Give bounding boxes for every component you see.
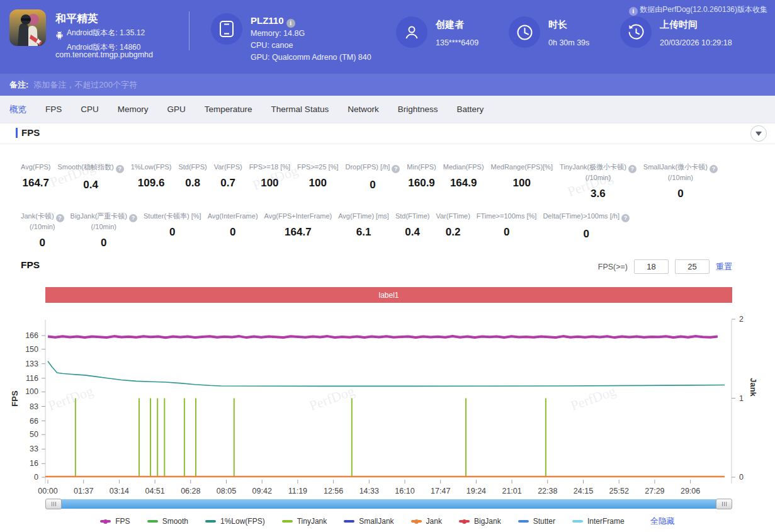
legend-item-tinyjank[interactable]: TinyJank <box>282 517 327 526</box>
stat-value: 0.2 <box>436 226 470 239</box>
svg-text:08:05: 08:05 <box>217 487 236 495</box>
device-info-icon[interactable]: i <box>286 19 295 28</box>
svg-text:16: 16 <box>30 459 38 468</box>
stat-cell: Var(FTime)? 0.2 <box>436 212 470 249</box>
stat-value: 0 <box>71 237 137 249</box>
app-package: com.tencent.tmgp.pubgmhd <box>55 50 153 59</box>
reset-button[interactable]: 重置 <box>716 261 732 273</box>
device-memory: Memory: 14.8G <box>251 29 305 38</box>
stat-cell: Var(FPS)? 0.7 <box>214 162 242 200</box>
notes-label: 备注: <box>9 79 28 91</box>
tab-temperature[interactable]: Temperature <box>205 105 252 114</box>
stat-value: 0 <box>543 228 630 241</box>
stat-value: 164.9 <box>443 177 484 190</box>
svg-text:150: 150 <box>25 345 38 354</box>
help-icon[interactable]: ? <box>116 165 124 173</box>
stat-cell: Median(FPS)? 164.9 <box>443 162 484 200</box>
tab-battery[interactable]: Battery <box>456 105 484 114</box>
stat-value: 100 <box>297 177 338 190</box>
device-name: PLZ110 <box>251 15 284 26</box>
header-divider <box>189 11 190 50</box>
stat-value: 0 <box>208 226 258 239</box>
stat-cell: BigJank(严重卡顿)?(/10min) 0 <box>71 212 137 249</box>
help-icon[interactable]: ? <box>710 165 718 173</box>
fps-chart[interactable]: 0163350668310011613315016601200:0001:370… <box>0 307 775 496</box>
legend-item-smooth[interactable]: Smooth <box>147 517 188 526</box>
stat-cell: FTime>=100ms [%]? 0 <box>477 212 537 249</box>
notes-input[interactable] <box>33 80 298 89</box>
legend-item-jank[interactable]: Jank <box>411 517 442 526</box>
stat-cell: MedRange(FPS)[%]? 100 <box>491 162 553 200</box>
tab-overview[interactable]: 概览 <box>9 104 26 115</box>
collapse-button[interactable] <box>750 125 767 142</box>
stat-value: 0 <box>643 188 718 200</box>
stat-cell: Avg(InterFrame)? 0 <box>208 212 258 249</box>
stat-value: 0.8 <box>178 177 206 190</box>
svg-text:0: 0 <box>739 473 744 482</box>
tab-network[interactable]: Network <box>348 105 379 114</box>
stat-value: 0.4 <box>395 226 430 239</box>
fps-stats-row-2: Jank(卡顿)?(/10min) 0 BigJank(严重卡顿)?(/10mi… <box>21 212 630 249</box>
help-icon[interactable]: ? <box>56 214 64 222</box>
android-version-name: Android版本名: 1.35.12 <box>67 28 145 37</box>
chart-region-label: label1 <box>45 287 732 303</box>
svg-text:19:24: 19:24 <box>467 487 486 495</box>
stat-value: 0.7 <box>214 177 242 190</box>
help-icon[interactable]: ? <box>628 165 636 173</box>
svg-text:25:52: 25:52 <box>609 487 629 495</box>
tab-brightness[interactable]: Brightness <box>398 105 438 114</box>
legend-marker-icon <box>518 520 529 523</box>
help-icon[interactable]: ? <box>392 165 400 173</box>
legend-marker-icon <box>282 520 293 523</box>
stat-value: 164.7 <box>264 226 332 239</box>
fps-threshold-input-1[interactable] <box>634 259 669 274</box>
legend-item-fps[interactable]: FPS <box>100 517 130 526</box>
tab-gpu[interactable]: GPU <box>167 105 186 114</box>
section-accent-bar <box>16 128 18 138</box>
stat-cell: SmallJank(微小卡顿)?(/10min) 0 <box>643 162 718 200</box>
hide-all-link[interactable]: 全隐藏 <box>650 516 675 527</box>
chevron-down-icon <box>755 132 762 136</box>
stat-cell: Delta(FTime)>100ms [/h]? 0 <box>543 212 630 249</box>
stat-value: 6.1 <box>338 226 389 239</box>
upload-time-icon <box>620 16 652 48</box>
fps-threshold-input-2[interactable] <box>675 259 710 274</box>
scrollbar-right-handle[interactable] <box>716 499 732 509</box>
svg-text:83: 83 <box>30 402 38 411</box>
svg-text:66: 66 <box>30 417 38 426</box>
section-title: FPS <box>21 127 40 138</box>
legend-item-smalljank[interactable]: SmallJank <box>344 517 393 526</box>
legend-marker-icon <box>147 520 158 523</box>
stat-cell: Smooth(稳帧指数)? 0.4 <box>57 162 123 200</box>
collect-info-icon: i <box>629 7 638 16</box>
tab-thermal-status[interactable]: Thermal Status <box>271 105 329 114</box>
legend-item-stutter[interactable]: Stutter <box>518 517 555 526</box>
legend-item-interframe[interactable]: InterFrame <box>572 517 625 526</box>
svg-text:06:28: 06:28 <box>181 487 200 495</box>
upload-label: 上传时间 <box>660 19 698 31</box>
svg-text:27:29: 27:29 <box>645 487 664 495</box>
svg-text:14:33: 14:33 <box>359 487 379 495</box>
stat-value: 160.9 <box>407 177 436 190</box>
upload-value: 20/03/2026 10:29:18 <box>660 37 732 49</box>
tab-fps[interactable]: FPS <box>45 105 62 114</box>
svg-text:12:56: 12:56 <box>324 487 343 495</box>
svg-text:09:42: 09:42 <box>252 487 272 495</box>
tab-cpu[interactable]: CPU <box>81 105 99 114</box>
legend-item-1-low-fps-[interactable]: 1%Low(FPS) <box>205 517 265 526</box>
help-icon[interactable]: ? <box>621 214 630 222</box>
stat-value: 0 <box>477 226 537 239</box>
svg-text:29:06: 29:06 <box>681 487 700 495</box>
fps-stats-row-1: Avg(FPS)? 164.7 Smooth(稳帧指数)? 0.4 1%Low(… <box>21 162 718 200</box>
scrollbar-track[interactable] <box>60 499 718 509</box>
scrollbar-left-handle[interactable] <box>45 499 62 509</box>
stat-cell: 1%Low(FPS)? 109.6 <box>131 162 172 200</box>
legend-item-bigjank[interactable]: BigJank <box>459 517 501 526</box>
help-icon[interactable]: ? <box>129 214 137 222</box>
app-name: 和平精英 <box>55 11 98 26</box>
svg-text:2: 2 <box>739 315 744 324</box>
tab-memory[interactable]: Memory <box>118 105 149 114</box>
app-icon <box>9 9 46 46</box>
stat-cell: FPS>=25 [%]? 100 <box>297 162 338 200</box>
fps-filter: FPS(>=) 重置 <box>598 259 732 274</box>
